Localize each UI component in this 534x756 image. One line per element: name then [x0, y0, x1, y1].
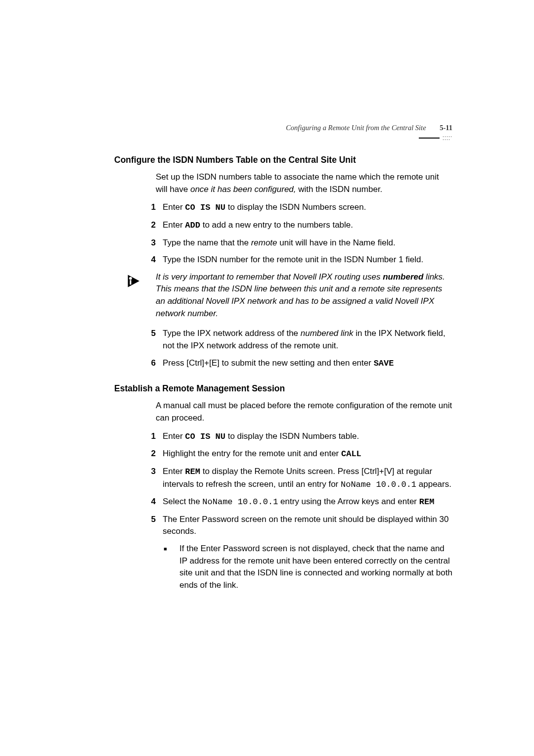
step-number: 1	[142, 201, 156, 214]
section1-step3: 3 Type the name that the remote unit wil…	[142, 237, 452, 249]
section1-intro: Set up the ISDN numbers table to associa…	[156, 171, 452, 195]
svg-point-1	[129, 277, 132, 280]
step-text: The Enter Password screen on the remote …	[163, 514, 452, 538]
header-dots-icon: ·········	[443, 135, 452, 141]
step-number: 6	[142, 357, 156, 370]
step-text: Type the IPX network address of the numb…	[163, 328, 452, 352]
section1-step6: 6 Press [Ctrl]+[E] to submit the new set…	[142, 357, 452, 370]
section1-step4: 4 Type the ISDN number for the remote un…	[142, 254, 452, 266]
text: to add a new entry to the numbers table.	[200, 220, 353, 230]
header-rule-line	[419, 138, 440, 139]
step-text: Enter CO IS NU to display the ISDN Numbe…	[163, 201, 452, 214]
section2-step5-bullet: ■ If the Enter Password screen is not di…	[164, 543, 452, 592]
section1-step2: 2 Enter ADD to add a new entry to the nu…	[142, 219, 452, 232]
text: It is very important to remember that No…	[156, 272, 383, 282]
step-number: 5	[142, 328, 156, 352]
svg-rect-2	[130, 280, 131, 284]
section2-step3: 3 Enter REM to display the Remote Units …	[142, 466, 452, 491]
step-text: Type the name that the remote unit will …	[163, 237, 452, 249]
text-italic: numbered link	[301, 329, 354, 338]
text: Press [Ctrl]+[E] to submit the new setti…	[163, 358, 374, 368]
section2-step4: 4 Select the NoName 10.0.0.1 entry using…	[142, 496, 452, 509]
command: CO IS NU	[185, 432, 225, 441]
text: Type the IPX network address of the	[163, 329, 301, 338]
step-text: Enter REM to display the Remote Units sc…	[163, 466, 452, 491]
text: to display the ISDN Numbers table.	[225, 431, 359, 441]
section2-step5: 5 The Enter Password screen on the remot…	[142, 514, 452, 538]
command: SAVE	[374, 359, 394, 368]
text-italic: once it has been configured,	[190, 185, 296, 194]
svg-marker-0	[128, 275, 139, 287]
step-text: Press [Ctrl]+[E] to submit the new setti…	[163, 357, 452, 370]
text: unit will have in the Name field.	[277, 238, 396, 247]
command: CALL	[341, 449, 361, 459]
step-number: 3	[142, 466, 156, 491]
section1-step5: 5 Type the IPX network address of the nu…	[142, 328, 452, 352]
text: to display the ISDN Numbers screen.	[225, 202, 366, 212]
text: The Enter Password screen on the remote …	[163, 515, 448, 536]
step-text: Type the ISDN number for the remote unit…	[163, 254, 452, 266]
step-number: 4	[142, 496, 156, 509]
info-icon	[126, 272, 146, 320]
text: appears.	[416, 479, 451, 489]
text: Select the	[163, 497, 202, 506]
command: ADD	[185, 221, 200, 230]
step-number: 2	[142, 219, 156, 232]
text: with the ISDN number.	[296, 185, 383, 194]
bullet-icon: ■	[164, 545, 173, 592]
step-number: 4	[142, 254, 156, 266]
text: Enter	[163, 431, 185, 441]
page-number: 5-11	[440, 124, 452, 132]
note-text: It is very important to remember that No…	[156, 271, 452, 320]
text: Type the name that the	[163, 238, 251, 247]
text: entry using the Arrow keys and enter	[278, 497, 419, 506]
info-note: It is very important to remember that No…	[126, 271, 452, 320]
step-text: Enter ADD to add a new entry to the numb…	[163, 219, 452, 232]
command: CO IS NU	[185, 203, 225, 212]
step-text: Enter CO IS NU to display the ISDN Numbe…	[163, 430, 452, 443]
text: Highlight the entry for the remote unit …	[163, 449, 341, 458]
bullet-text: If the Enter Password screen is not disp…	[179, 543, 452, 592]
step-text: Highlight the entry for the remote unit …	[163, 448, 452, 461]
section2-intro: A manual call must be placed before the …	[156, 400, 452, 424]
running-title: Configuring a Remote Unit from the Centr…	[286, 124, 426, 132]
command: REM	[185, 467, 200, 476]
text-bold: numbered	[383, 272, 423, 282]
step-number: 3	[142, 237, 156, 249]
section1-step1: 1 Enter CO IS NU to display the ISDN Num…	[142, 201, 452, 214]
command: REM	[419, 497, 435, 507]
step-number: 1	[142, 430, 156, 443]
step-number: 5	[142, 514, 156, 538]
text-italic: remote	[251, 238, 277, 247]
mono-text: NoName 10.0.0.1	[341, 480, 416, 489]
section2-step2: 2 Highlight the entry for the remote uni…	[142, 448, 452, 461]
text: Enter	[163, 220, 185, 230]
step-text: Select the NoName 10.0.0.1 entry using t…	[163, 496, 452, 509]
step-number: 2	[142, 448, 156, 461]
mono-text: NoName 10.0.0.1	[202, 497, 278, 507]
text: Enter	[163, 467, 185, 476]
section2-heading: Establish a Remote Management Session	[114, 383, 452, 394]
header-rule: ·········	[116, 135, 452, 141]
running-header: Configuring a Remote Unit from the Centr…	[116, 124, 452, 132]
section2-step1: 1 Enter CO IS NU to display the ISDN Num…	[142, 430, 452, 443]
text: Enter	[163, 202, 185, 212]
section1-heading: Configure the ISDN Numbers Table on the …	[114, 155, 452, 165]
